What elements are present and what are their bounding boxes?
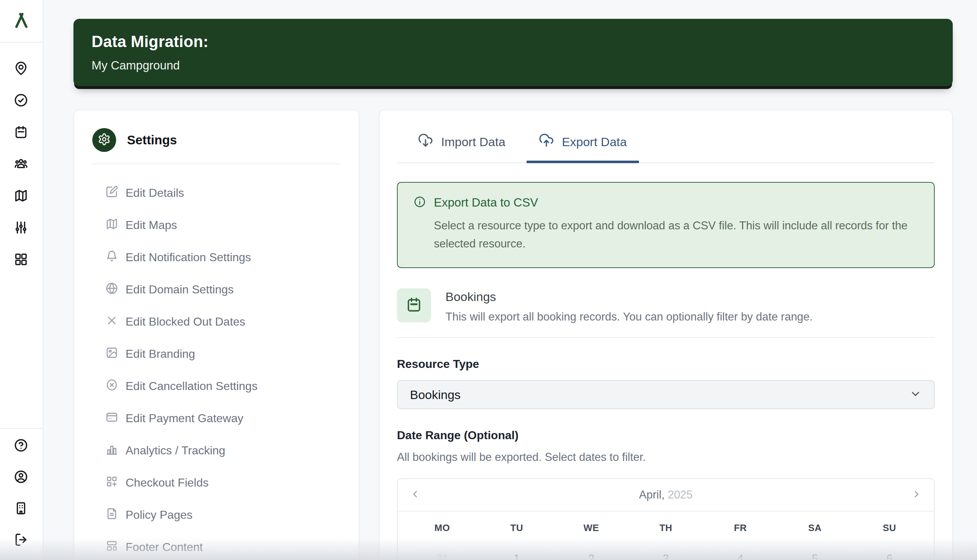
chevron-left-icon	[410, 489, 420, 501]
grid-icon	[14, 252, 28, 268]
page-title: Data Migration:	[92, 33, 953, 51]
bookings-icon-tile	[397, 288, 431, 322]
rail-divider	[0, 428, 43, 429]
bookings-resource-description: This will export all booking records. Yo…	[445, 310, 813, 323]
calendar-day-cell[interactable]: 3	[629, 552, 703, 560]
checkout-fields-icon	[105, 475, 118, 491]
cloud-upload-icon	[539, 133, 554, 151]
image-icon	[105, 346, 118, 362]
bookings-resource-row: Bookings This will export all booking re…	[397, 288, 935, 323]
availability-nav-button[interactable]	[13, 93, 28, 108]
calendar-day-cell[interactable]: 6	[852, 552, 927, 560]
guests-nav-button[interactable]	[13, 157, 28, 172]
day-header: FR	[703, 522, 778, 533]
x-circle-icon	[105, 378, 118, 394]
users-icon	[14, 157, 28, 173]
settings-item-label: Edit Cancellation Settings	[125, 380, 258, 393]
resource-type-label: Resource Type	[397, 357, 935, 371]
calendar-month: April,	[639, 488, 665, 501]
account-button[interactable]	[13, 470, 28, 485]
settings-item-notifications[interactable]: Edit Notification Settings	[105, 241, 344, 273]
settings-item-label: Edit Notification Settings	[125, 251, 251, 264]
settings-item-blocked-dates[interactable]: Edit Blocked Out Dates	[105, 306, 344, 338]
logout-icon	[14, 533, 28, 548]
help-button[interactable]	[13, 438, 28, 453]
property-button[interactable]	[13, 502, 28, 517]
settings-item-checkout-fields[interactable]: Checkout Fields	[105, 467, 344, 499]
building-icon	[14, 501, 28, 517]
date-range-helper: All bookings will be exported. Select da…	[397, 451, 935, 464]
data-migration-panel: Import Data Export Data Export Data to	[379, 110, 953, 560]
calendar-day-cell[interactable]: 5	[778, 552, 852, 560]
rail-nav-top	[0, 62, 42, 268]
tab-bar: Import Data Export Data	[397, 110, 935, 163]
settings-title: Settings	[127, 133, 177, 147]
page-subtitle: My Campground	[92, 58, 953, 72]
cloud-download-icon	[418, 133, 433, 151]
day-header: MO	[405, 522, 479, 533]
settings-item-policy-pages[interactable]: Policy Pages	[105, 499, 344, 531]
settings-menu: Edit Details Edit Maps Edit Notification…	[74, 164, 358, 560]
info-box-body: Select a resource type to export and dow…	[434, 217, 918, 253]
map-icon	[105, 217, 118, 233]
settings-item-label: Edit Payment Gateway	[125, 412, 243, 425]
tab-import-data[interactable]: Import Data	[406, 133, 518, 162]
settings-item-label: Footer Content	[125, 540, 203, 554]
info-box-header: Export Data to CSV	[413, 196, 918, 210]
rail-nav-bottom	[0, 438, 42, 548]
gear-icon	[98, 133, 111, 147]
settings-item-branding[interactable]: Edit Branding	[105, 338, 344, 370]
settings-item-edit-details[interactable]: Edit Details	[105, 177, 344, 209]
settings-panel: Settings Edit Details Edit Maps Edit Not…	[73, 110, 359, 560]
settings-item-domain[interactable]: Edit Domain Settings	[105, 273, 344, 306]
calendar-day-cell[interactable]: 1	[479, 552, 554, 560]
maps-nav-button[interactable]	[13, 189, 28, 204]
info-box-title: Export Data to CSV	[434, 196, 538, 210]
calendar-icon	[14, 125, 28, 141]
day-header: WE	[554, 522, 629, 533]
bookings-resource-text: Bookings This will export all booking re…	[445, 288, 813, 323]
footer-layout-icon	[105, 539, 118, 555]
help-circle-icon	[14, 438, 28, 454]
calendar-header: April, 2025	[398, 479, 934, 512]
app-logo[interactable]	[0, 0, 43, 43]
settings-item-footer-content[interactable]: Footer Content	[105, 531, 344, 560]
sliders-icon	[14, 220, 28, 236]
tab-label: Import Data	[441, 135, 505, 149]
calendar-nav-button[interactable]	[13, 125, 28, 140]
settings-item-edit-maps[interactable]: Edit Maps	[105, 209, 344, 241]
sites-nav-button[interactable]	[13, 62, 28, 77]
day-header: TH	[629, 522, 703, 533]
filters-nav-button[interactable]	[13, 221, 28, 236]
calendar-day-headers: MO TU WE TH FR SA SU	[398, 512, 934, 533]
calendar-next-button[interactable]	[909, 487, 925, 503]
settings-item-payment-gateway[interactable]: Edit Payment Gateway	[105, 402, 344, 435]
date-range-label: Date Range (Optional)	[397, 429, 935, 442]
credit-card-icon	[105, 411, 118, 427]
settings-item-label: Checkout Fields	[125, 476, 208, 490]
calendar-day-cell[interactable]: 2	[554, 552, 629, 560]
logout-button[interactable]	[13, 533, 28, 548]
day-header: SU	[852, 522, 927, 533]
resource-type-value: Bookings	[410, 388, 461, 402]
settings-item-cancellation[interactable]: Edit Cancellation Settings	[105, 370, 344, 402]
settings-item-label: Edit Branding	[125, 347, 195, 361]
settings-item-label: Edit Domain Settings	[125, 283, 234, 296]
document-icon	[105, 507, 118, 523]
calendar-prev-button[interactable]	[407, 487, 423, 503]
tab-export-data[interactable]: Export Data	[527, 133, 639, 162]
resource-type-select[interactable]: Bookings	[397, 380, 935, 409]
map-icon	[14, 188, 28, 204]
settings-panel-header: Settings	[74, 110, 358, 163]
clock-check-icon	[14, 93, 28, 109]
apps-nav-button[interactable]	[13, 253, 28, 268]
tent-logo-icon	[13, 12, 30, 30]
calendar-day-cell[interactable]: 31	[405, 552, 479, 560]
user-circle-icon	[14, 470, 28, 485]
calendar-day-cell[interactable]: 4	[703, 552, 778, 560]
settings-item-label: Policy Pages	[125, 508, 192, 522]
calendar-week-row: 31 1 2 3 4 5 6	[398, 533, 934, 560]
tab-label: Export Data	[562, 135, 627, 149]
date-range-calendar: April, 2025 MO TU WE TH FR SA SU 3	[397, 478, 935, 560]
settings-item-analytics[interactable]: Analytics / Tracking	[105, 435, 344, 467]
